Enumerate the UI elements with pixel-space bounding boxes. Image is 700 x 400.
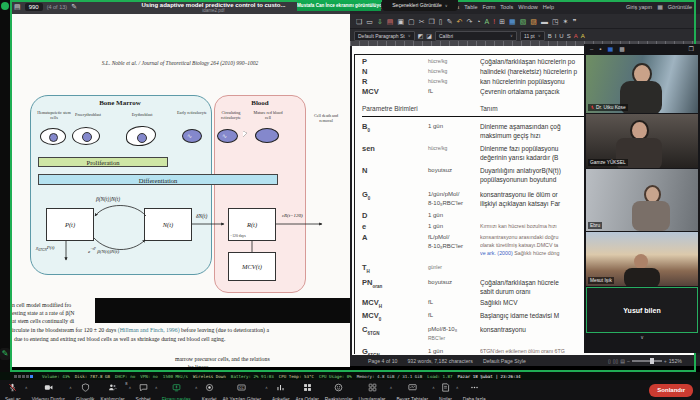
end-meeting-button[interactable]: Sonlandır [649, 384, 693, 397]
menu-table[interactable]: Table [464, 4, 477, 10]
view-options-dropdown[interactable]: Seçenekleri Görüntüle∨ [382, 0, 458, 11]
font-name-dropdown[interactable]: Calibri∨ [435, 31, 517, 41]
notes-button[interactable]: Notlar [436, 380, 455, 400]
parameter-units: boyutsuz [428, 166, 480, 175]
toolbar-icon-hyperlink[interactable]: ✶ [563, 14, 569, 29]
parameter-units: 1 gün [428, 347, 480, 356]
breakout-rooms-button[interactable]: Ara Odalar [293, 380, 322, 400]
menu-window[interactable]: Window [518, 4, 538, 10]
multi-page-view-icon[interactable]: ▯▯ [613, 358, 619, 364]
record-icon [205, 378, 214, 396]
status-words[interactable]: 932 words, 7,182 characters [407, 358, 472, 364]
security-button[interactable]: Güvenlik [73, 380, 98, 400]
grid-view-icon[interactable]: ▩ [619, 44, 625, 54]
participants-count-badge: 8 [125, 381, 127, 386]
citation-link[interactable]: (Hillman and Finch, 1996) [118, 327, 180, 333]
gallery-view-icon[interactable]: ▦ [607, 44, 613, 54]
status-page-style[interactable]: Default Page Style [483, 358, 526, 364]
format-icon-highlight[interactable]: A [581, 33, 585, 39]
toolbar-icon-insert-table[interactable]: ⊞ [499, 14, 505, 29]
label-early-reticulocyte: Early reticulocyte [176, 111, 208, 116]
participant-name: Mesut Işık [588, 277, 614, 284]
toolbar-icon-copy[interactable]: ❐ [429, 14, 435, 29]
minimize-icon[interactable]: – [590, 44, 593, 54]
more-button[interactable]: Daha fazla [460, 380, 489, 400]
speaker-view-icon[interactable]: ▪ [599, 44, 601, 54]
captions-button[interactable]: CC Alt Yazıları Göster [220, 380, 264, 400]
apps-button[interactable]: Uygulamalar [356, 380, 389, 400]
toolbar-icon-new[interactable]: ❏ [356, 14, 362, 29]
video-tile-utku[interactable]: Dr. Utku Kose [586, 55, 698, 113]
single-page-view-icon[interactable]: ▯ [608, 358, 611, 364]
toolbar-icon-track-changes[interactable]: ! [493, 14, 495, 29]
toolbar-icon-open[interactable]: ▭ [366, 14, 373, 29]
unmute-button[interactable]: Sesi aç [2, 380, 24, 400]
parameter-symbol: B0 [362, 122, 428, 135]
clone-formatting-icon[interactable]: ◩ [418, 32, 424, 39]
format-icon-strikethrough[interactable]: S [567, 33, 571, 39]
body-line: due to entering and exiting red blood ce… [14, 336, 225, 342]
taskbar-stat: Pazar 18 Şubat | 23:26:34 [458, 374, 521, 379]
toolbar-icon-save[interactable]: ⇩ [377, 14, 383, 29]
video-tile-ebru[interactable]: Ebru [586, 169, 698, 231]
polls-button[interactable]: Anketler [269, 380, 293, 400]
video-tile-yusuf[interactable]: Yusuf bilen [586, 287, 698, 333]
font-size-dropdown[interactable]: 11 pt∨ [520, 31, 545, 41]
toolbar-icon-cut[interactable]: ✂ [419, 14, 425, 29]
status-page[interactable]: Page 4 of 10 [368, 358, 397, 364]
toolbar-icon-page-break[interactable]: ▬ [541, 14, 548, 29]
format-icon-font-color[interactable]: A [574, 33, 578, 39]
days-note: −120 days [230, 234, 246, 238]
book-view-icon[interactable]: ▤ [620, 358, 625, 364]
zoom-slider[interactable] [632, 360, 662, 362]
reactions-button[interactable]: Reaksiyonlar [322, 380, 356, 400]
share-screen-button[interactable]: Ekranı paylaş [159, 380, 194, 400]
format-icon-underline[interactable]: U [559, 33, 563, 39]
toolbar-icon-insert-field[interactable]: ◳ [552, 14, 559, 29]
toolbar-icon-spelling[interactable]: A [485, 14, 490, 29]
menu-tools[interactable]: Tools [500, 4, 513, 10]
beta-top-label: β(N(t))N(t) [96, 196, 120, 202]
svg-text:CC: CC [239, 386, 244, 390]
video-tile-mesut[interactable]: Mesut Işık [586, 232, 698, 286]
parameter-symbol: MCV0 [362, 311, 428, 324]
toolbar-icon-text-box[interactable]: ▨ [530, 14, 537, 29]
format-icon-italic[interactable]: I [555, 33, 557, 39]
video-tile-gamze[interactable]: Gamze YÜKSEL [586, 114, 698, 168]
zoom-in-icon[interactable]: + [664, 358, 667, 364]
toolbar-icon-undo[interactable]: ↶ [457, 14, 463, 29]
menu-help[interactable]: Help [543, 4, 554, 10]
page-number-input[interactable]: 990 [25, 3, 43, 11]
toolbar-icon-comment[interactable]: ❞ [572, 14, 576, 29]
zoom-level[interactable]: 152% [669, 358, 682, 364]
toolbar-icon-find[interactable]: ◔ [476, 14, 480, 29]
chat-button[interactable]: Sohbet [132, 380, 153, 400]
participants-button[interactable]: 8 Katılımcılar [98, 380, 128, 400]
toolbar-icon-clone[interactable]: ✎ [447, 14, 453, 29]
toolbar-icon-print[interactable]: ▣ [397, 14, 404, 29]
popout-icon[interactable]: ❒ [689, 44, 694, 54]
format-icon-bold[interactable]: B [548, 33, 552, 39]
menu-form[interactable]: Form [483, 4, 496, 10]
record-button[interactable]: Kaydet [199, 380, 220, 400]
citation-link[interactable]: ve ark. (2000) [480, 250, 513, 256]
toolbar-icon-redo[interactable]: ↷ [466, 14, 472, 29]
annotate-pencil-icon[interactable]: ✎ [0, 348, 10, 360]
toolbar-icon-paste[interactable]: ▯ [439, 14, 443, 29]
signin-button[interactable]: Giriş yapın [626, 4, 652, 10]
writer-statusbar: Page 4 of 10 932 words, 7,182 characters… [350, 355, 700, 366]
toolbar-icon-insert-chart[interactable]: ▧ [520, 14, 527, 29]
sidebar-toggle-icon[interactable]: ▤ [14, 0, 21, 14]
view-button[interactable]: Görüntüle [668, 4, 692, 10]
stop-video-button[interactable]: Videoyu Durdur [29, 380, 68, 400]
toolbar-icon-insert-image[interactable]: ▦ [509, 14, 516, 29]
whiteboards-button[interactable]: Beyaz Tahtalar [393, 380, 431, 400]
zoom-out-icon[interactable]: – [627, 358, 630, 364]
more-participants-chevron[interactable]: ∨ [584, 333, 700, 342]
clear-formatting-icon[interactable]: ◪ [426, 32, 432, 39]
delta-label: δN(t) [196, 213, 207, 219]
toolbar-icon-preview[interactable]: ▢ [408, 14, 415, 29]
toolbar-icon-export-pdf[interactable]: ▤ [387, 14, 394, 29]
highlighter-icon[interactable]: ✎ [71, 0, 77, 14]
paragraph-style-dropdown[interactable]: Default Paragraph St∨ [354, 31, 415, 41]
